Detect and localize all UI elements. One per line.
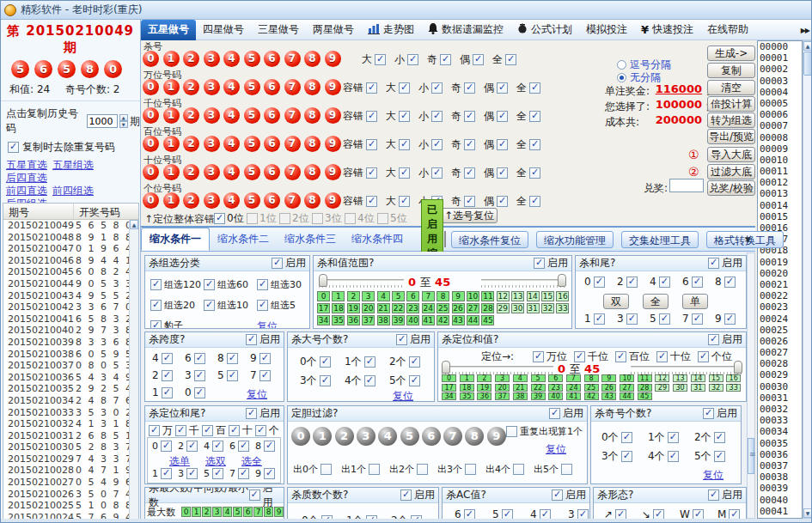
checkbox[interactable] — [204, 300, 215, 311]
digit-ball-0[interactable]: 0 — [143, 192, 159, 209]
sum-cell-43[interactable]: 43 — [601, 392, 616, 400]
checkbox[interactable] — [473, 54, 484, 65]
count-spinner[interactable]: ▲▼ — [119, 114, 128, 128]
checkbox[interactable] — [247, 213, 258, 224]
checkbox[interactable] — [400, 490, 412, 501]
digit-ball-8[interactable]: 8 — [304, 79, 321, 95]
sum-cell-32[interactable]: 32 — [709, 384, 723, 392]
digit-ball-0[interactable]: 0 — [143, 51, 159, 67]
checkbox[interactable] — [409, 356, 420, 368]
sum-cell-27[interactable]: 27 — [467, 303, 479, 313]
table-row[interactable]: 201502100488 9 1 8 8 — [3, 232, 138, 244]
digit-ball-2[interactable]: 2 — [183, 192, 199, 209]
checkbox[interactable] — [238, 441, 249, 452]
fixed-ball-1[interactable]: 1 — [313, 427, 332, 446]
checkbox[interactable] — [366, 82, 377, 94]
table-row[interactable]: 201502100398 3 3 6 8 — [3, 337, 138, 349]
checkbox[interactable] — [212, 468, 223, 479]
table-row[interactable]: 201502100333 5 3 0 2 — [3, 407, 138, 419]
sum-cell-22[interactable]: 22 — [531, 384, 546, 392]
list-item[interactable]: 00024 — [758, 313, 802, 325]
list-item[interactable]: 00039 — [758, 483, 802, 494]
sum-cell-5[interactable]: 5 — [392, 291, 405, 301]
sum-cell-42[interactable]: 42 — [584, 392, 599, 400]
checkbox[interactable] — [366, 111, 377, 122]
checkbox[interactable] — [399, 111, 410, 122]
digit-ball-3[interactable]: 3 — [204, 51, 220, 67]
checkbox[interactable] — [150, 300, 162, 311]
checkbox[interactable] — [272, 258, 283, 269]
digit-ball-4[interactable]: 4 — [223, 51, 240, 67]
tab-两星做号[interactable]: 两星做号 — [306, 20, 361, 40]
sum-cell-18[interactable]: 18 — [460, 384, 474, 392]
digit-ball-7[interactable]: 7 — [284, 79, 301, 95]
sum-cell-4[interactable]: 4 — [377, 291, 390, 301]
checkbox[interactable] — [724, 313, 736, 325]
reset-link[interactable]: 复位 — [393, 389, 413, 402]
max-cell-2[interactable]: 2 — [202, 507, 211, 517]
action-button-生成->[interactable]: 生成-> — [707, 46, 755, 61]
list-item[interactable]: 00019 — [758, 257, 802, 268]
digit-ball-9[interactable]: 9 — [325, 164, 341, 180]
checkbox[interactable] — [708, 334, 719, 345]
table-row[interactable]: 201502100263 5 0 7 4 — [3, 489, 138, 501]
digit-ball-2[interactable]: 2 — [183, 136, 199, 152]
digit-ball-1[interactable]: 1 — [163, 192, 180, 209]
quick-link[interactable]: 前四组选 — [52, 185, 94, 197]
digit-ball-8[interactable]: 8 — [304, 192, 321, 209]
shrink-button-交集处理工具[interactable]: 交集处理工具 — [621, 231, 699, 248]
checkbox[interactable] — [692, 313, 703, 325]
checkbox[interactable] — [692, 277, 703, 288]
checkbox[interactable] — [264, 468, 275, 479]
digit-ball-4[interactable]: 4 — [223, 164, 240, 180]
checkbox[interactable] — [549, 408, 560, 419]
checkbox[interactable] — [366, 196, 377, 207]
table-row[interactable]: 201502100370 8 0 5 3 — [3, 360, 138, 372]
list-item[interactable]: 00033 — [758, 415, 802, 426]
fixed-ball-8[interactable]: 8 — [465, 427, 484, 446]
checkbox[interactable] — [279, 213, 290, 224]
shrink-tab-缩水条件四[interactable]: 缩水条件四 — [344, 228, 411, 250]
list-item[interactable]: 00037 — [758, 460, 802, 471]
enable-toggle[interactable]: 启用 — [708, 488, 742, 502]
list-item[interactable]: 00013 — [758, 188, 802, 199]
sum-cell-0[interactable]: 0 — [442, 374, 456, 382]
fixed-ball-6[interactable]: 6 — [422, 427, 441, 446]
digit-ball-4[interactable]: 4 — [223, 79, 240, 95]
reset-link[interactable]: 复位 — [546, 442, 566, 457]
sum-cell-24[interactable]: 24 — [422, 303, 435, 313]
fixed-ball-4[interactable]: 4 — [378, 427, 397, 446]
enable-toggle[interactable]: 启用 — [708, 256, 742, 271]
sum-cell-20[interactable]: 20 — [495, 384, 510, 392]
sum-cell-21[interactable]: 21 — [513, 384, 528, 392]
digit-ball-0[interactable]: 0 — [143, 107, 159, 124]
checkbox[interactable] — [464, 196, 475, 207]
sum-cell-20[interactable]: 20 — [362, 303, 375, 313]
fixed-ball-9[interactable]: 9 — [487, 427, 506, 446]
sum-cell-30[interactable]: 30 — [673, 384, 687, 392]
checkbox[interactable] — [497, 111, 508, 122]
list-item[interactable]: 00022 — [758, 290, 802, 301]
list-item[interactable]: 00036 — [758, 449, 802, 460]
checkbox[interactable] — [312, 213, 323, 224]
digit-ball-7[interactable]: 7 — [284, 164, 301, 180]
checkbox[interactable] — [259, 370, 271, 381]
sum-cell-43[interactable]: 43 — [452, 315, 465, 325]
digit-ball-1[interactable]: 1 — [163, 164, 180, 180]
action-button-过滤大底[interactable]: 过滤大底 — [707, 164, 755, 179]
radio-icon[interactable] — [617, 60, 626, 70]
sum-cell-4[interactable]: 4 — [513, 374, 528, 382]
sum-cell-34[interactable]: 34 — [442, 392, 456, 400]
list-item[interactable]: 00029 — [758, 369, 802, 380]
table-row[interactable]: 201502100416 5 8 3 2 — [3, 313, 138, 325]
max-cell-0[interactable]: 0 — [181, 507, 191, 517]
digit-ball-1[interactable]: 1 — [163, 136, 180, 152]
action-button-导出/预览[interactable]: 导出/预览 — [707, 129, 755, 144]
slider-thumb-left[interactable] — [319, 274, 327, 287]
shrink-tab-缩水条件一[interactable]: 缩水条件一 — [141, 228, 210, 251]
sum-cell-37[interactable]: 37 — [495, 392, 510, 400]
checkbox[interactable] — [194, 370, 205, 381]
digit-ball-2[interactable]: 2 — [183, 51, 199, 67]
sum-cell-12[interactable]: 12 — [497, 291, 510, 301]
sum-cell-26[interactable]: 26 — [601, 384, 616, 392]
